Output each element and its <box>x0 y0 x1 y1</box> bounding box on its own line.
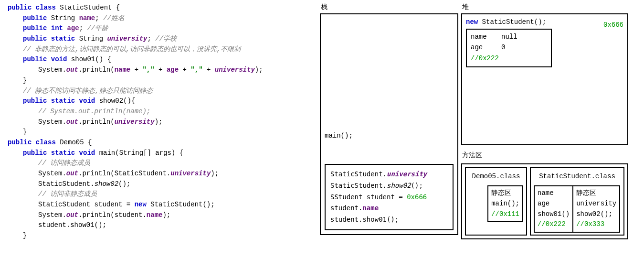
ss-static-box: 静态区 university show02(); //0x333 <box>572 185 620 233</box>
ss-instance-box: name age show01() //0x222 <box>534 185 572 233</box>
demo-class-box: Demo05.class 静态区 main(); //0x111 <box>465 167 527 236</box>
staticstudent-class-box: StaticStudent.class name age show01() //… <box>530 167 624 236</box>
heap-object: namenull age0 //0x222 <box>466 29 552 67</box>
stack-box: main(); StaticStudent.university StaticS… <box>320 13 458 235</box>
memory-diagram: 栈 main(); StaticStudent.university Stati… <box>320 2 642 242</box>
heap-box: new StaticStudent(); 0x666 namenull age0… <box>461 13 628 145</box>
stack-label: 栈 <box>321 3 458 11</box>
code-block: public class StaticStudent { public Stri… <box>2 2 317 242</box>
stack-frame: StaticStudent.university StaticStudent.s… <box>325 164 454 230</box>
heap-label: 堆 <box>462 3 628 11</box>
demo-static-box: 静态区 main(); //0x111 <box>487 185 523 222</box>
method-area-label: 方法区 <box>462 151 628 160</box>
method-area-box: Demo05.class 静态区 main(); //0x111 StaticS… <box>461 163 628 239</box>
